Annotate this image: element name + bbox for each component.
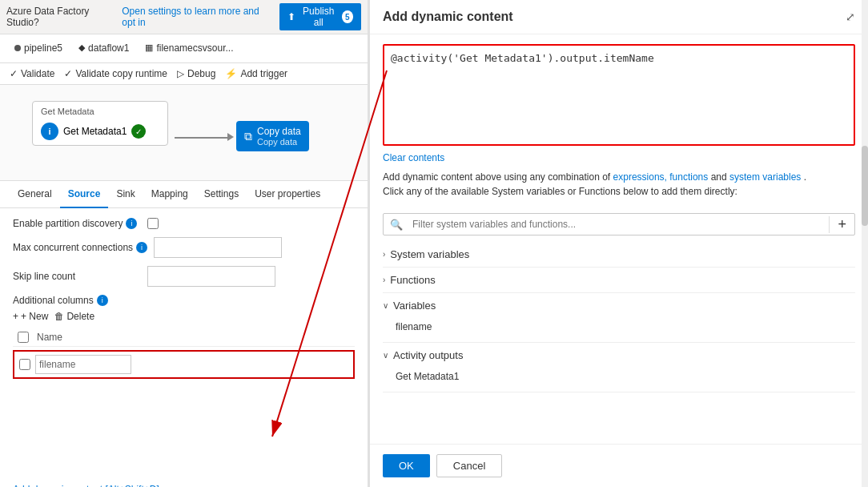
tab-filename[interactable]: ▦ filenamecsvsour... [137,34,241,63]
get-metadata-title: Get Metadata [41,107,94,116]
max-connections-text: Max concurrent connections [13,242,133,253]
sections-list: › System variables › Functions ∨ Variabl… [370,242,868,444]
ok-button[interactable]: OK [383,454,430,477]
plus-icon: + [13,311,18,322]
tab-pipeline5-label: pipeline5 [24,42,62,54]
max-connections-label: Max concurrent connections i [13,242,147,253]
chevron-down-icon: ∨ [383,301,388,310]
table-icon: ▦ [145,42,153,53]
functions-section: › Functions [383,268,855,293]
skip-line-text: Skip line count [13,271,75,282]
right-footer: OK Cancel [370,444,868,487]
system-variables-header[interactable]: › System variables [383,242,855,267]
partition-info-icon[interactable]: i [126,218,137,229]
play-icon: ▷ [177,68,184,79]
system-vars-link[interactable]: system variables [729,171,801,183]
filter-input[interactable] [409,214,829,235]
activity-outputs-label: Activity outputs [393,349,463,361]
add-trigger-button[interactable]: ⚡ Add trigger [225,68,287,79]
variables-header[interactable]: ∨ Variables [383,293,855,318]
get-metadata-box[interactable]: Get Metadata i Get Metadata1 ✓ [32,101,168,146]
activity-get-metadata1[interactable]: Get Metadata1 [396,368,855,385]
col-header-checkbox[interactable] [18,332,29,343]
partition-label: Enable partition discovery i [13,218,141,229]
activity-outputs-header[interactable]: ∨ Activity outputs [383,343,855,368]
filter-wrap: 🔍 + [383,213,855,235]
activity-outputs-content: Get Metadata1 [383,368,855,392]
functions-link[interactable]: functions [669,171,708,183]
connections-info-icon[interactable]: i [136,242,147,253]
copy-data-label: Copy data [257,126,301,137]
col-row-checkbox[interactable] [19,359,30,370]
subtab-sink[interactable]: Sink [108,181,143,208]
variables-label: Variables [393,300,436,312]
expressions-link[interactable]: expressions, [613,171,667,183]
subtab-user-properties[interactable]: User properties [247,181,328,208]
toolbar: ✓ Validate ✓ Validate copy runtime ▷ Deb… [0,63,368,85]
validate-label: Validate [21,68,54,79]
validate-copy-button[interactable]: ✓ Validate copy runtime [64,68,167,79]
filter-search-icon: 🔍 [384,219,409,231]
skip-line-label: Skip line count [13,271,141,282]
additional-columns-label: Additional columns [13,295,94,306]
subtab-source[interactable]: Source [60,181,109,208]
delete-column-button[interactable]: 🗑 Delete [54,311,94,322]
settings-link[interactable]: Open settings to learn more and opt in [122,6,273,28]
left-panel: Azure Data Factory Studio? Open settings… [0,0,368,487]
expression-editor[interactable]: @activity('Get Metadata1').output.itemNa… [384,46,854,142]
new-column-button[interactable]: + + New [13,311,48,322]
validate-button[interactable]: ✓ Validate [10,68,54,79]
tab-pipeline5[interactable]: pipeline5 [6,34,70,63]
publish-label: Publish all [299,6,339,28]
debug-button[interactable]: ▷ Debug [177,68,215,79]
upload-icon: ⬆ [287,11,295,22]
validate-copy-label: Validate copy runtime [75,68,167,79]
variables-section: ∨ Variables filename [383,293,855,343]
expand-icon[interactable]: ⤢ [846,10,855,23]
chevron-right-icon-2: › [383,276,385,284]
publish-all-button[interactable]: ⬆ Publish all 5 [279,3,361,30]
cancel-button[interactable]: Cancel [436,454,502,477]
functions-header[interactable]: › Functions [383,268,855,292]
dynamic-content-link[interactable]: Add dynamic content [Alt+Shift+D] [0,479,368,487]
scrollbar-thumb[interactable] [862,146,868,226]
subtab-settings[interactable]: Settings [196,181,247,208]
col-name-header: Name [37,332,62,343]
arrow-icon [227,133,234,141]
connector-line [175,137,231,139]
lightning-icon: ⚡ [225,68,237,79]
tab-dataflow1[interactable]: ◆ dataflow1 [70,34,137,63]
right-panel-title: Add dynamic content [383,10,513,24]
max-connections-input[interactable] [154,237,282,258]
partition-checkbox[interactable] [147,218,159,229]
top-bar: Azure Data Factory Studio? Open settings… [0,0,368,34]
add-filter-button[interactable]: + [829,216,854,233]
additional-columns-header: Additional columns i [13,295,355,306]
skip-line-input[interactable] [147,266,275,287]
subtab-mapping[interactable]: Mapping [143,181,196,208]
new-btn-label: + New [21,311,48,322]
system-variables-section: › System variables [383,242,855,268]
publish-badge: 5 [342,10,353,23]
help-text-1: Add dynamic content above using any comb… [383,171,610,183]
partition-row: Enable partition discovery i [13,218,355,229]
info-icon: i [41,123,58,140]
additional-columns-section: Additional columns i + + New 🗑 Delete Na… [13,295,355,379]
copy-data-box[interactable]: ⧉ Copy data Copy data [236,121,309,151]
clear-contents-link[interactable]: Clear contents [370,152,868,170]
additional-columns-info-icon[interactable]: i [97,295,108,306]
canvas-area: Get Metadata i Get Metadata1 ✓ ⧉ Copy da… [0,85,368,181]
system-variables-label: System variables [390,248,469,260]
right-panel-header: Add dynamic content ⤢ [370,0,868,34]
skip-line-row: Skip line count [13,266,355,287]
scrollbar-track [862,0,868,487]
right-panel: Add dynamic content ⤢ @activity('Get Met… [368,0,868,487]
success-icon: ✓ [131,124,146,139]
chevron-down-icon-2: ∨ [383,351,388,360]
help-text: Add dynamic content above using any comb… [370,170,868,207]
variable-filename[interactable]: filename [396,318,855,336]
functions-label: Functions [390,274,435,286]
get-metadata-name: Get Metadata1 [63,126,127,137]
col-name-input[interactable] [35,355,131,374]
subtab-general[interactable]: General [10,181,60,208]
